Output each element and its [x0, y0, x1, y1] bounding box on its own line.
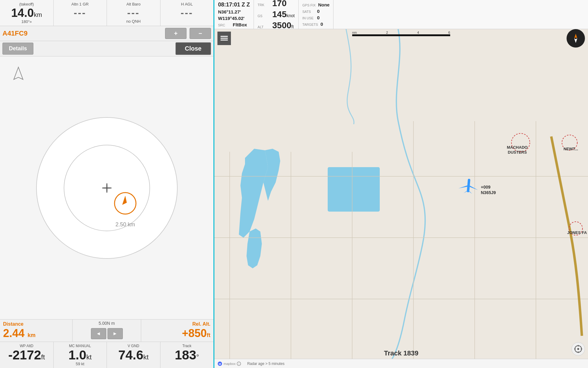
map-sats-key: SATS [302, 10, 315, 13]
svg-point-48 [577, 348, 579, 350]
track-label: Track 1839 [384, 349, 419, 357]
map-targets-key: TARGETS [302, 23, 318, 26]
svg-text:2.50 km: 2.50 km [115, 221, 135, 228]
distance-cell: Distance 2.44 km [0, 320, 73, 342]
cell-takeoff: (takeoff) 14.0km 180°» [0, 0, 54, 26]
map-src-value: FltBox [233, 22, 247, 27]
map-lat-value: N36°11.27' [218, 9, 241, 14]
compass-rose [567, 29, 585, 48]
map-lon-row: W119°45.02' [218, 16, 250, 21]
cell-takeoff-label: (takeoff) [19, 2, 34, 6]
track-label-text: Track 1839 [384, 349, 419, 357]
map-trk-key: TRK [258, 3, 270, 7]
glider-icon [12, 66, 24, 81]
cell-altbaro-value: --- [127, 7, 140, 18]
mapbox-icon: M [217, 361, 222, 366]
map-targets-row: TARGETS 0 [302, 21, 330, 27]
map-bottom-bar: M mapbox i Radar age > 5 minutes [214, 359, 588, 368]
stat-wpaltp-label: WP AltD [20, 344, 33, 348]
cell-hagl: H AGL --- [160, 0, 214, 26]
cell-altn1gr-value: --- [74, 7, 86, 18]
svg-text:+009: +009 [481, 185, 491, 190]
stat-track: Track 183° [160, 342, 214, 368]
map-stat-group-position: 08:17:01 Z Z N36°11.27' W119°45.02' SRC … [214, 0, 254, 29]
relalt-title: Rel. Alt. [192, 321, 210, 327]
svg-rect-14 [221, 40, 228, 40]
details-button[interactable]: Details [2, 43, 33, 55]
map-inuse-key: IN USE [302, 16, 315, 20]
close-button[interactable]: Close [175, 42, 211, 55]
map-stat-group-gps: GPS FIX None SATS 0 IN USE 0 TARGETS 0 [299, 0, 334, 29]
cell-altbaro-sub: no QNH [126, 19, 141, 24]
radar-area: 2.50 km [0, 56, 213, 319]
map-lat-row: N36°11.27' [218, 9, 250, 14]
svg-text:NEWT...: NEWT... [564, 147, 578, 151]
cell-hagl-value: --- [181, 7, 193, 18]
distance-value: 2.44 km [3, 327, 69, 340]
map-gpsfix-key: GPS FIX [302, 3, 315, 7]
svg-text:MACHADO: MACHADO [507, 145, 528, 150]
map-trk-row: TRK 170 [258, 0, 295, 8]
map-targets-value: 0 [320, 21, 323, 27]
info-icon[interactable]: i [237, 362, 241, 366]
cell-takeoff-value: 14.0km [11, 7, 42, 19]
svg-marker-10 [574, 34, 577, 38]
scale-label-2: 2 [386, 31, 388, 34]
map-alt-key: ALT [258, 25, 270, 29]
radar-age-text: Radar age > 5 minutes [247, 362, 285, 366]
stat-mcmanual-value: 1.0kt [68, 349, 92, 362]
stat-vgnd: V GND 74.6kt [107, 342, 160, 368]
mapbox-text: mapbox [224, 362, 236, 366]
minus-button[interactable]: − [190, 28, 211, 39]
relalt-value: +850ft [182, 327, 210, 340]
stat-vgnd-label: V GND [128, 344, 139, 348]
top-info-row: (takeoff) 14.0km 180°» Altn 1 GR --- Alt… [0, 0, 213, 26]
map-src-key: SRC [218, 23, 230, 27]
svg-rect-13 [221, 38, 228, 39]
layer-button[interactable] [217, 32, 231, 45]
nav-left-button[interactable]: ◄ [91, 328, 106, 339]
cell-altbaro-label: Alt Baro [126, 2, 141, 6]
map-stats-bar: 08:17:01 Z Z N36°11.27' W119°45.02' SRC … [214, 0, 588, 29]
locator-button[interactable] [571, 342, 585, 356]
map-time-row: 08:17:01 Z Z [218, 2, 250, 8]
cell-altbaro: Alt Baro --- no QNH [107, 0, 160, 26]
plus-button[interactable]: + [165, 28, 187, 39]
map-trk-value: 170 [272, 0, 287, 8]
distance-title: Distance [3, 321, 69, 327]
scale-label-4: 4 [417, 31, 419, 34]
cell-hagl-label: H AGL [181, 2, 193, 6]
relalt-cell: Rel. Alt. +850ft [141, 320, 213, 342]
map-alt-value: 3500ft [272, 21, 294, 30]
stat-track-value: 183° [175, 349, 199, 362]
svg-rect-15 [214, 29, 588, 359]
stat-wpaltp-value: -2172ft [8, 349, 45, 362]
map-svg: +009 N365J9 MACHADO DUSTERS NEWT... JONE… [214, 29, 588, 359]
map-gpsfix-value: None [318, 2, 330, 7]
locator-icon [574, 345, 582, 353]
map-inuse-value: 0 [317, 15, 319, 20]
scale-bar: nm 2 4 6 [352, 31, 450, 36]
nav-right-button[interactable]: ► [107, 328, 123, 339]
stat-mcmanual-sub: 59 kt [76, 362, 84, 366]
stat-vgnd-value: 74.6kt [118, 349, 149, 362]
svg-rect-19 [328, 167, 380, 212]
map-lon-value: W119°45.02' [218, 16, 244, 21]
bottom-stats-row: WP AltD -2172ft MC MANUAL 1.0kt 59 kt V … [0, 342, 213, 368]
svg-marker-0 [14, 67, 23, 79]
map-inuse-row: IN USE 0 [302, 15, 330, 20]
scale-labels: nm 2 4 6 [352, 31, 450, 34]
stat-wpaltp: WP AltD -2172ft [0, 342, 54, 368]
svg-text:DUSTERS: DUSTERS [508, 150, 527, 155]
mapbox-logo: M mapbox i [217, 361, 241, 366]
map-alt-row: ALT 3500ft [258, 21, 295, 30]
scale-label-0: nm [352, 31, 357, 34]
compass-icon [570, 32, 582, 44]
scale-bar-line [352, 34, 450, 36]
radar-svg: 2.50 km [30, 111, 183, 265]
nav-range-label: 5.00N m [98, 321, 116, 326]
left-panel: (takeoff) 14.0km 180°» Altn 1 GR --- Alt… [0, 0, 214, 368]
scale-label-6: 6 [448, 31, 450, 34]
ident-label: A41FC9 [2, 29, 162, 37]
action-row: Details Close [0, 41, 213, 56]
